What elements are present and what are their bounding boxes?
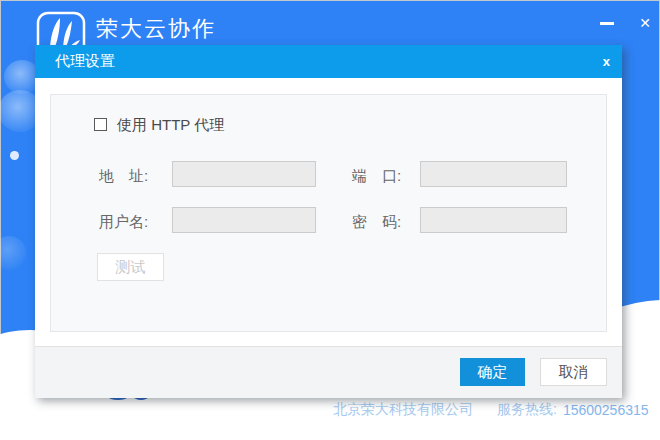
username-label: 用户名: [99,213,148,232]
dialog-title: 代理设置 [55,52,115,71]
port-input[interactable] [420,161,567,187]
app-window: 荣大云协作 ✕ 北京荣大科技有限公司 服务热线: 15600256315 代理设… [0,0,660,440]
company-name: 北京荣大科技有限公司 [333,401,473,419]
address-label: 地 址: [99,167,148,186]
ok-button[interactable]: 确定 [460,358,525,386]
minimize-button[interactable] [594,10,620,36]
cancel-button[interactable]: 取消 [540,358,607,386]
hotline-label: 服务热线: [497,401,557,419]
address-input[interactable] [172,161,316,187]
test-button[interactable]: 测试 [97,253,164,281]
proxy-settings-dialog: 代理设置 x 使用 HTTP 代理 地 址: 端 口: 用户名: 密 码: 测试… [35,45,622,397]
port-label: 端 口: [352,167,401,186]
http-proxy-checkbox[interactable] [94,118,107,131]
dialog-footer: 确定 取消 [35,346,622,398]
footer: 北京荣大科技有限公司 服务热线: 15600256315 [333,401,649,419]
dialog-body: 使用 HTTP 代理 地 址: 端 口: 用户名: 密 码: 测试 [35,78,622,346]
username-input[interactable] [172,207,316,233]
proxy-form-panel: 使用 HTTP 代理 地 址: 端 口: 用户名: 密 码: 测试 [50,94,607,332]
password-label: 密 码: [352,213,401,232]
password-input[interactable] [420,207,567,233]
hotline-number: 15600256315 [563,402,649,418]
close-icon: ✕ [639,15,651,31]
dialog-close-icon[interactable]: x [603,45,610,78]
bubble-decoration [0,236,26,270]
close-button[interactable]: ✕ [632,10,658,36]
http-proxy-checkbox-label[interactable]: 使用 HTTP 代理 [117,116,224,135]
window-title: 荣大云协作 [96,14,216,44]
minimize-icon [600,22,614,25]
dot-decoration [10,151,19,160]
dialog-titlebar: 代理设置 x [35,45,622,78]
